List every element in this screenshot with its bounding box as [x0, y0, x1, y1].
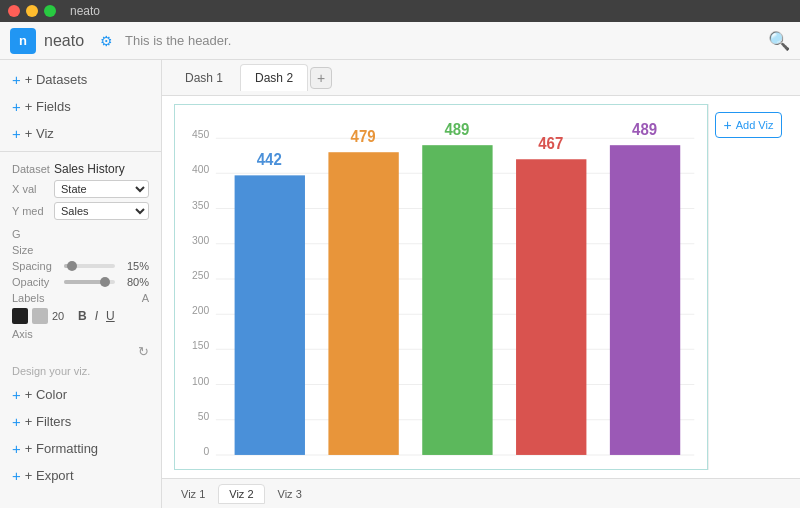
filters-label: + Filters — [25, 414, 72, 429]
filters-button[interactable]: + + Filters — [0, 408, 161, 435]
close-button[interactable] — [8, 5, 20, 17]
svg-text:300: 300 — [192, 233, 209, 245]
titlebar: neato — [0, 0, 800, 22]
chart-wrap: 0 50 100 150 200 250 300 350 400 450 — [174, 104, 708, 470]
svg-text:450: 450 — [192, 128, 209, 140]
add-viz-label: Add Viz — [736, 119, 774, 131]
underline-button[interactable]: U — [104, 308, 117, 324]
opacity-slider-track[interactable] — [64, 280, 115, 284]
search-icon[interactable]: 🔍 — [768, 30, 790, 52]
fields-button[interactable]: + + Fields — [0, 93, 161, 120]
main-layout: + + Datasets + + Fields + + Viz Dataset … — [0, 60, 800, 508]
export-button[interactable]: + + Export — [0, 462, 161, 489]
y-med-select[interactable]: Sales — [54, 202, 149, 220]
dataset-row: Dataset Sales History — [12, 160, 149, 178]
svg-text:NY: NY — [262, 463, 276, 465]
bar-ny[interactable] — [235, 175, 305, 455]
spacing-label: Spacing — [12, 260, 60, 272]
y-med-row: Y med Sales — [12, 200, 149, 222]
logo-icon: n — [10, 28, 36, 54]
divider-1 — [0, 151, 161, 152]
fields-plus-icon: + — [12, 98, 21, 115]
window-title: neato — [70, 4, 100, 18]
formatting-button[interactable]: + + Formatting — [0, 435, 161, 462]
tab-viz1[interactable]: Viz 1 — [170, 484, 216, 504]
topbar: n neato ⚙ This is the header. 🔍 — [0, 22, 800, 60]
svg-text:442: 442 — [257, 151, 282, 169]
x-val-row: X val State — [12, 178, 149, 200]
italic-button[interactable]: I — [93, 308, 100, 324]
viz-button[interactable]: + + Viz — [0, 120, 161, 147]
labels-a-icon: A — [142, 292, 149, 304]
sidebar: + + Datasets + + Fields + + Viz Dataset … — [0, 60, 162, 508]
color-button[interactable]: + + Color — [0, 381, 161, 408]
tab-viz2[interactable]: Viz 2 — [218, 484, 264, 504]
tab-dash1[interactable]: Dash 1 — [170, 64, 238, 91]
tabs-bar: Dash 1 Dash 2 + — [162, 60, 800, 96]
svg-text:NJ: NJ — [451, 463, 464, 465]
bottom-tabs: Viz 1 Viz 2 Viz 3 — [162, 478, 800, 508]
g-label: G — [0, 226, 161, 242]
labels-row: Labels A — [0, 290, 161, 306]
svg-text:350: 350 — [192, 198, 209, 210]
datasets-button[interactable]: + + Datasets — [0, 66, 161, 93]
add-tab-button[interactable]: + — [310, 67, 332, 89]
tab-viz3[interactable]: Viz 3 — [267, 484, 313, 504]
content-area: Dash 1 Dash 2 + 0 50 100 150 200 250 300… — [162, 60, 800, 508]
bar-nh[interactable] — [328, 152, 398, 455]
svg-text:PA: PA — [638, 463, 652, 465]
brand-name: neato — [44, 32, 84, 50]
color-swatch-gray[interactable] — [32, 308, 48, 324]
bold-button[interactable]: B — [76, 308, 89, 324]
export-plus-icon: + — [12, 467, 21, 484]
add-viz-plus-icon: + — [724, 117, 732, 133]
viz-plus-icon: + — [12, 125, 21, 142]
add-viz-button[interactable]: + Add Viz — [715, 112, 783, 138]
svg-text:479: 479 — [351, 128, 376, 146]
opacity-row: Opacity 80% — [0, 274, 161, 290]
opacity-thumb[interactable] — [100, 277, 110, 287]
header-text: This is the header. — [125, 33, 760, 48]
svg-text:150: 150 — [192, 339, 209, 351]
axis-label: Axis — [0, 326, 161, 342]
svg-text:250: 250 — [192, 269, 209, 281]
export-label: + Export — [25, 468, 74, 483]
refresh-icon[interactable]: ↻ — [138, 344, 149, 359]
font-size-value: 20 — [52, 310, 72, 322]
dataset-value: Sales History — [54, 162, 149, 176]
datasets-label: + Datasets — [25, 72, 88, 87]
bar-pa[interactable] — [610, 145, 680, 455]
bar-nj[interactable] — [422, 145, 492, 455]
svg-text:489: 489 — [444, 121, 469, 139]
tab-dash2[interactable]: Dash 2 — [240, 64, 308, 91]
color-swatch-black[interactable] — [12, 308, 28, 324]
spacing-thumb[interactable] — [67, 261, 77, 271]
labels-controls: 20 B I U — [0, 306, 161, 326]
filters-plus-icon: + — [12, 413, 21, 430]
spacing-slider-track[interactable] — [64, 264, 115, 268]
svg-text:50: 50 — [198, 409, 210, 421]
formatting-plus-icon: + — [12, 440, 21, 457]
y-med-label: Y med — [12, 205, 50, 217]
dataset-label: Dataset — [12, 163, 50, 175]
opacity-fill — [64, 280, 105, 284]
opacity-value: 80% — [119, 276, 149, 288]
viz-label: + Viz — [25, 126, 54, 141]
spacing-value: 15% — [119, 260, 149, 272]
color-label: + Color — [25, 387, 67, 402]
minimize-button[interactable] — [26, 5, 38, 17]
gear-icon[interactable]: ⚙ — [100, 33, 113, 49]
labels-label: Labels — [12, 292, 138, 304]
svg-text:OH: OH — [543, 463, 558, 465]
datasets-plus-icon: + — [12, 71, 21, 88]
bar-oh[interactable] — [516, 159, 586, 455]
svg-text:0: 0 — [204, 445, 210, 457]
svg-text:NH: NH — [356, 463, 371, 465]
maximize-button[interactable] — [44, 5, 56, 17]
dataset-section: Dataset Sales History X val State Y med … — [0, 156, 161, 226]
x-val-label: X val — [12, 183, 50, 195]
x-val-select[interactable]: State — [54, 180, 149, 198]
size-label: Size — [0, 242, 161, 258]
svg-text:467: 467 — [538, 135, 563, 153]
formatting-label: + Formatting — [25, 441, 98, 456]
